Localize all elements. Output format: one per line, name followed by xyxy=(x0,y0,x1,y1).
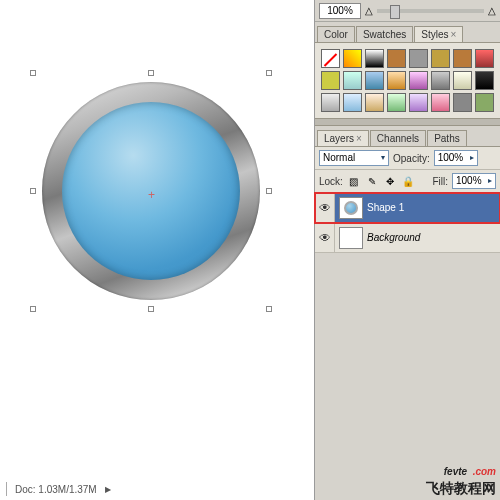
zoom-in-icon[interactable]: △ xyxy=(488,5,496,16)
layer-list: 👁Shape 1👁Background xyxy=(315,193,500,253)
visibility-icon[interactable]: 👁 xyxy=(315,223,335,252)
style-swatch[interactable] xyxy=(387,71,406,90)
handle-mid-right[interactable] xyxy=(266,188,272,194)
style-swatch[interactable] xyxy=(321,93,340,112)
styles-tabbar: Color Swatches Styles× xyxy=(315,22,500,43)
watermark: fevte .com 飞特教程网 xyxy=(426,457,496,498)
style-swatch[interactable] xyxy=(409,49,428,68)
handle-top-left[interactable] xyxy=(30,70,36,76)
style-swatch[interactable] xyxy=(475,93,494,112)
style-swatch[interactable] xyxy=(387,49,406,68)
zoom-out-icon[interactable]: △ xyxy=(365,5,373,16)
style-swatch[interactable] xyxy=(453,93,472,112)
tab-paths[interactable]: Paths xyxy=(427,130,467,146)
visibility-icon[interactable]: 👁 xyxy=(315,193,335,222)
layer-thumb[interactable] xyxy=(339,227,363,249)
style-swatch[interactable] xyxy=(431,49,450,68)
tab-channels[interactable]: Channels xyxy=(370,130,426,146)
zoom-input[interactable]: 100% xyxy=(319,3,361,19)
layer-name[interactable]: Background xyxy=(367,232,500,243)
tab-styles[interactable]: Styles× xyxy=(414,26,463,42)
layer-row[interactable]: 👁Background xyxy=(315,223,500,253)
canvas-area[interactable]: + xyxy=(0,0,310,430)
handle-bot-left[interactable] xyxy=(30,306,36,312)
opacity-label: Opacity: xyxy=(393,153,430,164)
panels: 100% △ △ Color Swatches Styles× Layers× … xyxy=(314,0,500,500)
style-swatch[interactable] xyxy=(453,71,472,90)
handle-top-right[interactable] xyxy=(266,70,272,76)
style-swatch[interactable] xyxy=(387,93,406,112)
handle-top-mid[interactable] xyxy=(148,70,154,76)
style-swatch[interactable] xyxy=(409,71,428,90)
handle-mid-left[interactable] xyxy=(30,188,36,194)
handle-bot-mid[interactable] xyxy=(148,306,154,312)
doc-size: Doc: 1.03M/1.37M xyxy=(15,484,97,495)
tab-swatches[interactable]: Swatches xyxy=(356,26,413,42)
style-swatch[interactable] xyxy=(365,93,384,112)
lock-all-icon[interactable]: 🔒 xyxy=(401,174,415,188)
close-icon[interactable]: × xyxy=(356,133,362,144)
transform-bounds[interactable] xyxy=(32,72,270,310)
styles-grid xyxy=(315,43,500,118)
layer-row[interactable]: 👁Shape 1 xyxy=(315,193,500,223)
lock-transparency-icon[interactable]: ▧ xyxy=(347,174,361,188)
style-swatch[interactable] xyxy=(431,93,450,112)
layer-thumb[interactable] xyxy=(339,197,363,219)
style-swatch[interactable] xyxy=(365,49,384,68)
fill-label: Fill: xyxy=(432,176,448,187)
lock-position-icon[interactable]: ✥ xyxy=(383,174,397,188)
blend-mode-select[interactable]: Normal▾ xyxy=(319,150,389,166)
layers-tabbar: Layers× Channels Paths xyxy=(315,126,500,147)
style-swatch[interactable] xyxy=(321,71,340,90)
layer-name[interactable]: Shape 1 xyxy=(367,202,500,213)
lock-paint-icon[interactable]: ✎ xyxy=(365,174,379,188)
tab-color[interactable]: Color xyxy=(317,26,355,42)
style-swatch[interactable] xyxy=(343,71,362,90)
opacity-input[interactable]: 100%▸ xyxy=(434,150,478,166)
style-swatch[interactable] xyxy=(475,49,494,68)
style-swatch[interactable] xyxy=(409,93,428,112)
handle-bot-right[interactable] xyxy=(266,306,272,312)
style-swatch[interactable] xyxy=(475,71,494,90)
blend-row: Normal▾ Opacity: 100%▸ xyxy=(315,147,500,170)
lock-row: Lock: ▧ ✎ ✥ 🔒 Fill: 100%▸ xyxy=(315,170,500,193)
navigator-zoom: 100% △ △ xyxy=(315,0,500,22)
style-swatch[interactable] xyxy=(365,71,384,90)
zoom-slider[interactable] xyxy=(377,9,484,13)
tab-layers[interactable]: Layers× xyxy=(317,130,369,146)
style-swatch[interactable] xyxy=(343,49,362,68)
lock-label: Lock: xyxy=(319,176,343,187)
style-swatch[interactable] xyxy=(343,93,362,112)
style-swatch[interactable] xyxy=(431,71,450,90)
style-swatch[interactable] xyxy=(321,49,340,68)
status-bar: Doc: 1.03M/1.37M ▶ xyxy=(0,480,117,498)
style-swatch[interactable] xyxy=(453,49,472,68)
fill-input[interactable]: 100%▸ xyxy=(452,173,496,189)
close-icon[interactable]: × xyxy=(451,29,457,40)
